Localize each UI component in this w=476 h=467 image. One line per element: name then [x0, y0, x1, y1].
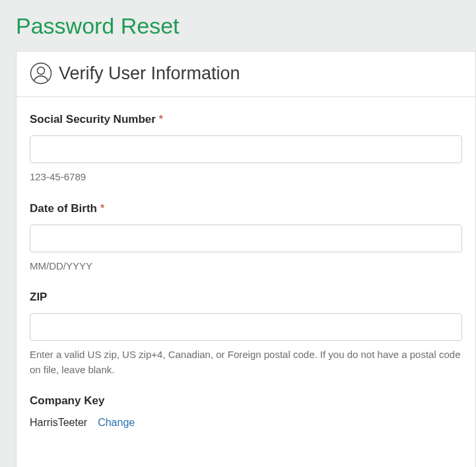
zip-input[interactable]	[30, 313, 462, 341]
dob-input[interactable]	[30, 225, 462, 252]
company-group: Company Key HarrisTeeter Change	[30, 394, 462, 429]
zip-label: ZIP	[30, 291, 462, 304]
ssn-input[interactable]	[30, 135, 462, 163]
dob-label: Date of Birth *	[30, 202, 462, 215]
change-company-link[interactable]: Change	[98, 417, 135, 429]
company-label: Company Key	[30, 394, 462, 408]
user-circle-icon	[30, 62, 52, 85]
required-asterisk: *	[100, 202, 105, 215]
svg-point-1	[38, 67, 45, 75]
ssn-hint: 123-45-6789	[30, 170, 462, 185]
dob-group: Date of Birth * MM/DD/YYYY	[30, 202, 462, 274]
dob-hint: MM/DD/YYYY	[30, 259, 462, 274]
ssn-group: Social Security Number * 123-45-6789	[30, 113, 462, 185]
ssn-label: Social Security Number *	[30, 113, 462, 126]
panel-header: Verify User Information	[17, 52, 475, 97]
verify-panel: Verify User Information Social Security …	[16, 51, 476, 467]
section-heading: Verify User Information	[59, 63, 240, 84]
form-body: Social Security Number * 123-45-6789 Dat…	[17, 97, 475, 462]
zip-group: ZIP Enter a valid US zip, US zip+4, Cana…	[30, 291, 462, 377]
zip-hint: Enter a valid US zip, US zip+4, Canadian…	[30, 347, 462, 377]
page-title: Password Reset	[0, 0, 476, 51]
required-asterisk: *	[159, 113, 164, 126]
company-value: HarrisTeeter	[30, 417, 87, 429]
